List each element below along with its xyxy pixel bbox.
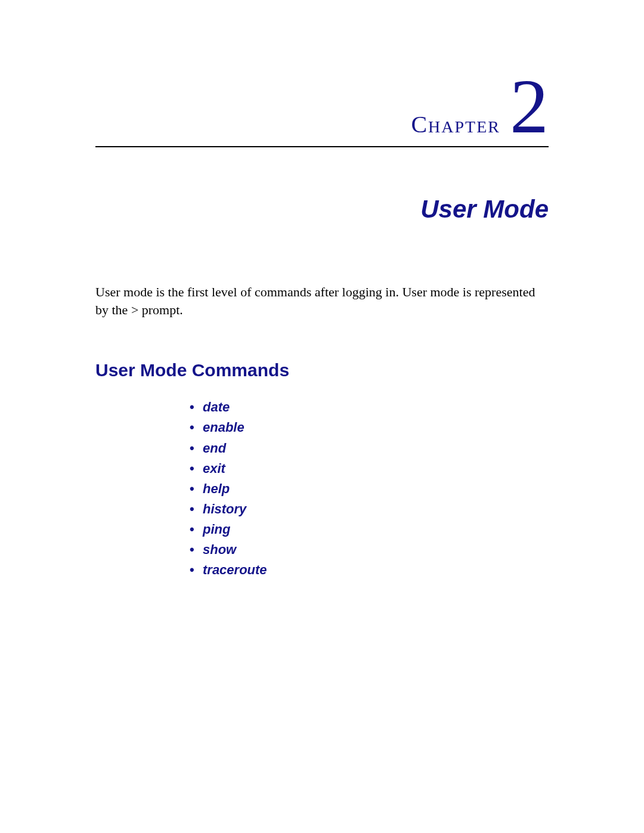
command-item: history (203, 499, 549, 519)
command-item: traceroute (203, 560, 549, 580)
command-list: date enable end exit help history ping s… (95, 397, 549, 580)
chapter-header: Chapter 2 (95, 72, 549, 141)
command-item: ping (203, 519, 549, 540)
chapter-title: User Mode (95, 195, 549, 224)
command-item: enable (203, 417, 549, 438)
intro-paragraph: User mode is the first level of commands… (95, 283, 549, 318)
chapter-number: 2 (510, 72, 549, 141)
command-item: help (203, 479, 549, 499)
horizontal-rule (95, 146, 549, 147)
page: Chapter 2 User Mode User mode is the fir… (0, 0, 644, 640)
command-item: date (203, 397, 549, 417)
command-item: exit (203, 459, 549, 479)
section-heading: User Mode Commands (95, 360, 549, 380)
chapter-label: Chapter (411, 110, 500, 138)
command-item: end (203, 438, 549, 459)
command-item: show (203, 540, 549, 560)
